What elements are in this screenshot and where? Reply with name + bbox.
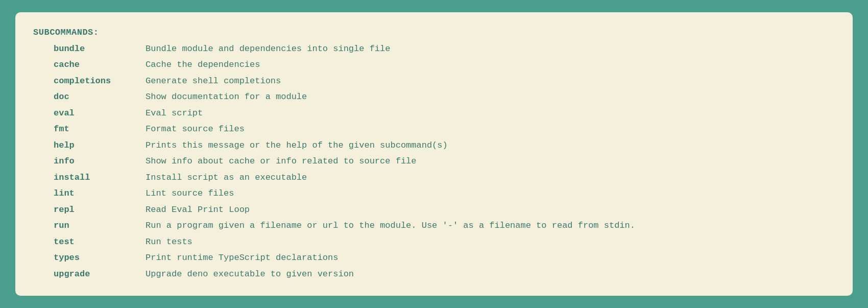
command-desc: Eval script — [146, 107, 203, 120]
section-header: SUBCOMMANDS: — [33, 28, 835, 37]
command-desc: Cache the dependencies — [146, 58, 260, 72]
command-row: docShow documentation for a module — [33, 90, 835, 104]
command-name: doc — [33, 90, 146, 104]
command-row: testRun tests — [33, 235, 835, 249]
command-row: cacheCache the dependencies — [33, 58, 835, 72]
command-name: info — [33, 155, 146, 168]
command-row: evalEval script — [33, 107, 835, 120]
command-name: cache — [33, 58, 146, 72]
command-desc: Print runtime TypeScript declarations — [146, 251, 338, 265]
command-name: fmt — [33, 123, 146, 136]
command-desc: Generate shell completions — [146, 75, 281, 88]
command-row: completionsGenerate shell completions — [33, 75, 835, 88]
command-row: upgradeUpgrade deno executable to given … — [33, 268, 835, 281]
command-name: repl — [33, 203, 146, 217]
command-desc: Run a program given a filename or url to… — [146, 219, 635, 232]
command-row: lintLint source files — [33, 187, 835, 200]
command-desc: Run tests — [146, 235, 192, 249]
command-name: eval — [33, 107, 146, 120]
command-name: upgrade — [33, 268, 146, 281]
command-row: installInstall script as an executable — [33, 171, 835, 184]
command-row: bundleBundle module and dependencies int… — [33, 42, 835, 56]
command-row: helpPrints this message or the help of t… — [33, 139, 835, 152]
command-desc: Install script as an executable — [146, 171, 307, 184]
command-desc: Upgrade deno executable to given version — [146, 268, 354, 281]
command-name: types — [33, 251, 146, 265]
command-name: help — [33, 139, 146, 152]
command-desc: Lint source files — [146, 187, 234, 200]
terminal-box: SUBCOMMANDS: bundleBundle module and dep… — [15, 12, 853, 296]
command-desc: Show documentation for a module — [146, 90, 307, 104]
command-row: typesPrint runtime TypeScript declaratio… — [33, 251, 835, 265]
command-desc: Show info about cache or info related to… — [146, 155, 417, 168]
command-name: run — [33, 219, 146, 232]
command-row: replRead Eval Print Loop — [33, 203, 835, 217]
command-name: completions — [33, 75, 146, 88]
command-row: runRun a program given a filename or url… — [33, 219, 835, 232]
command-desc: Format source files — [146, 123, 245, 136]
command-name: install — [33, 171, 146, 184]
command-list: bundleBundle module and dependencies int… — [33, 42, 835, 281]
command-name: lint — [33, 187, 146, 200]
command-row: infoShow info about cache or info relate… — [33, 155, 835, 168]
command-row: fmtFormat source files — [33, 123, 835, 136]
command-desc: Bundle module and dependencies into sing… — [146, 42, 390, 56]
command-desc: Prints this message or the help of the g… — [146, 139, 448, 152]
command-desc: Read Eval Print Loop — [146, 203, 250, 217]
command-name: test — [33, 235, 146, 249]
command-name: bundle — [33, 42, 146, 56]
